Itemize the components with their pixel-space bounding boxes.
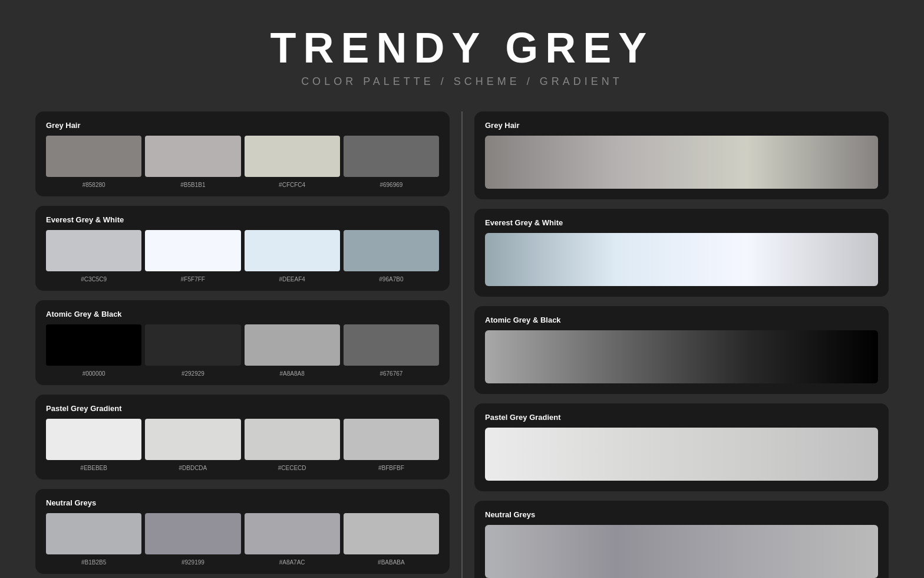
swatch-everest-grey-white-2: [245, 230, 340, 271]
swatch-label-grey-hair-0: #858280: [46, 182, 141, 188]
swatch-labels-neutral-greys: #B1B2B5#929199#A8A7AC#BABABA: [46, 559, 439, 566]
swatches-everest-grey-white: [46, 230, 439, 271]
gradient-bar-neutral-greys: [485, 525, 878, 578]
swatch-label-atomic-grey-black-1: #292929: [145, 370, 240, 377]
swatch-pastel-grey-gradient-0: [46, 419, 141, 460]
gradient-title-atomic-grey-black: Atomic Grey & Black: [485, 316, 878, 324]
gradient-card-neutral-greys: Neutral Greys: [474, 501, 889, 578]
gradient-bar-atomic-grey-black: [485, 330, 878, 383]
swatch-label-grey-hair-1: #B5B1B1: [145, 182, 240, 188]
swatch-label-pastel-grey-gradient-2: #CECECD: [245, 465, 340, 471]
swatch-grey-hair-1: [145, 136, 240, 177]
page-subtitle: COLOR PALETTE / SCHEME / GRADIENT: [270, 75, 654, 88]
gradient-title-pastel-grey-gradient: Pastel Grey Gradient: [485, 413, 878, 422]
palette-card-pastel-grey-gradient: Pastel Grey Gradient#EBEBEB#DBDCDA#CECEC…: [35, 395, 450, 480]
swatch-grey-hair-3: [344, 136, 439, 177]
swatch-label-everest-grey-white-0: #C3C5C9: [46, 276, 141, 283]
swatch-label-everest-grey-white-3: #96A7B0: [344, 276, 439, 283]
swatch-label-neutral-greys-2: #A8A7AC: [245, 559, 340, 566]
gradient-card-grey-hair: Grey Hair: [474, 111, 889, 199]
column-divider: [461, 111, 463, 578]
page-title: TRENDY GREY: [270, 24, 654, 72]
swatch-label-neutral-greys-0: #B1B2B5: [46, 559, 141, 566]
swatch-atomic-grey-black-1: [145, 324, 240, 366]
swatch-label-atomic-grey-black-3: #676767: [344, 370, 439, 377]
swatch-grey-hair-0: [46, 136, 141, 177]
swatch-label-everest-grey-white-1: #F5F7FF: [145, 276, 240, 283]
swatch-label-pastel-grey-gradient-0: #EBEBEB: [46, 465, 141, 471]
gradient-bar-pastel-grey-gradient: [485, 428, 878, 481]
swatch-label-neutral-greys-3: #BABABA: [344, 559, 439, 566]
swatch-labels-atomic-grey-black: #000000#292929#A8A8A8#676767: [46, 370, 439, 377]
swatch-atomic-grey-black-2: [245, 324, 340, 366]
swatches-neutral-greys: [46, 513, 439, 554]
swatch-pastel-grey-gradient-3: [344, 419, 439, 460]
swatch-everest-grey-white-3: [344, 230, 439, 271]
swatch-label-grey-hair-2: #CFCFC4: [245, 182, 340, 188]
gradient-title-everest-grey-white: Everest Grey & White: [485, 218, 878, 227]
gradient-card-atomic-grey-black: Atomic Grey & Black: [474, 306, 889, 394]
palette-title-everest-grey-white: Everest Grey & White: [46, 215, 439, 224]
swatches-atomic-grey-black: [46, 324, 439, 366]
swatch-atomic-grey-black-0: [46, 324, 141, 366]
swatch-grey-hair-2: [245, 136, 340, 177]
swatch-label-atomic-grey-black-0: #000000: [46, 370, 141, 377]
swatch-neutral-greys-0: [46, 513, 141, 554]
swatch-neutral-greys-3: [344, 513, 439, 554]
swatch-label-pastel-grey-gradient-1: #DBDCDA: [145, 465, 240, 471]
swatch-everest-grey-white-0: [46, 230, 141, 271]
palette-card-grey-hair: Grey Hair#858280#B5B1B1#CFCFC4#696969: [35, 111, 450, 196]
palette-column: Grey Hair#858280#B5B1B1#CFCFC4#696969Eve…: [35, 111, 450, 578]
palette-card-everest-grey-white: Everest Grey & White#C3C5C9#F5F7FF#DEEAF…: [35, 206, 450, 291]
swatch-neutral-greys-1: [145, 513, 240, 554]
palette-title-grey-hair: Grey Hair: [46, 121, 439, 130]
swatches-pastel-grey-gradient: [46, 419, 439, 460]
gradient-column: Grey HairEverest Grey & WhiteAtomic Grey…: [474, 111, 889, 578]
swatch-everest-grey-white-1: [145, 230, 240, 271]
swatch-pastel-grey-gradient-2: [245, 419, 340, 460]
page-header: TRENDY GREY COLOR PALETTE / SCHEME / GRA…: [270, 24, 654, 88]
swatch-label-pastel-grey-gradient-3: #BFBFBF: [344, 465, 439, 471]
main-content: Grey Hair#858280#B5B1B1#CFCFC4#696969Eve…: [35, 111, 889, 578]
palette-card-atomic-grey-black: Atomic Grey & Black#000000#292929#A8A8A8…: [35, 300, 450, 385]
gradient-card-pastel-grey-gradient: Pastel Grey Gradient: [474, 403, 889, 491]
gradient-title-neutral-greys: Neutral Greys: [485, 510, 878, 519]
swatch-labels-everest-grey-white: #C3C5C9#F5F7FF#DEEAF4#96A7B0: [46, 276, 439, 283]
swatches-grey-hair: [46, 136, 439, 177]
swatch-label-atomic-grey-black-2: #A8A8A8: [245, 370, 340, 377]
gradient-card-everest-grey-white: Everest Grey & White: [474, 209, 889, 297]
palette-card-neutral-greys: Neutral Greys#B1B2B5#929199#A8A7AC#BABAB…: [35, 489, 450, 574]
swatch-labels-pastel-grey-gradient: #EBEBEB#DBDCDA#CECECD#BFBFBF: [46, 465, 439, 471]
palette-title-neutral-greys: Neutral Greys: [46, 498, 439, 507]
swatch-labels-grey-hair: #858280#B5B1B1#CFCFC4#696969: [46, 182, 439, 188]
gradient-bar-everest-grey-white: [485, 233, 878, 286]
swatch-label-everest-grey-white-2: #DEEAF4: [245, 276, 340, 283]
swatch-atomic-grey-black-3: [344, 324, 439, 366]
palette-title-atomic-grey-black: Atomic Grey & Black: [46, 310, 439, 318]
gradient-bar-grey-hair: [485, 136, 878, 189]
palette-title-pastel-grey-gradient: Pastel Grey Gradient: [46, 404, 439, 413]
swatch-label-neutral-greys-1: #929199: [145, 559, 240, 566]
swatch-pastel-grey-gradient-1: [145, 419, 240, 460]
swatch-neutral-greys-2: [245, 513, 340, 554]
swatch-label-grey-hair-3: #696969: [344, 182, 439, 188]
gradient-title-grey-hair: Grey Hair: [485, 121, 878, 130]
